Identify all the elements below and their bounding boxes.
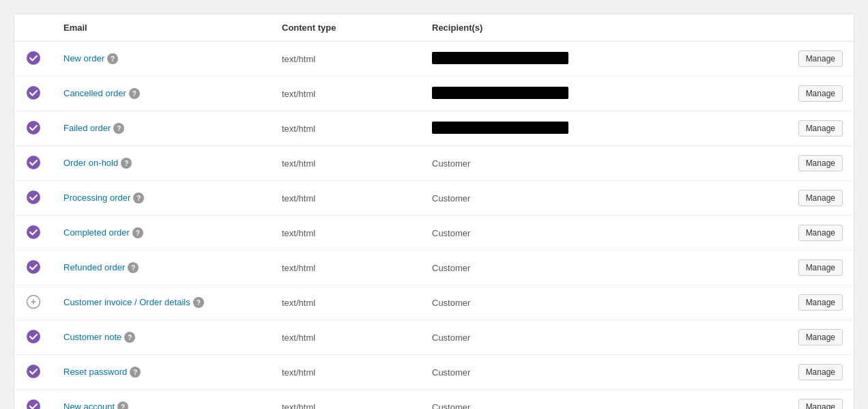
table-row: New account?text/htmlCustomerManage (14, 390, 854, 410)
recipients-text: Customer (432, 228, 470, 238)
content-type-value: text/html (282, 89, 315, 99)
manage-button-new-order[interactable]: Manage (798, 51, 843, 67)
status-enabled-icon (25, 363, 42, 380)
email-cell: Order on-hold? (53, 146, 271, 181)
content-type-cell: text/html (271, 42, 421, 76)
header-action (626, 14, 854, 42)
action-cell: Manage (626, 111, 854, 146)
email-link-failed-order[interactable]: Failed order (63, 123, 111, 133)
status-enabled-icon (25, 224, 42, 240)
manage-button-processing-order[interactable]: Manage (798, 190, 843, 206)
manage-button-cancelled-order[interactable]: Manage (798, 85, 843, 102)
manage-button-reset-password[interactable]: Manage (798, 364, 843, 380)
status-enabled-icon (25, 154, 42, 171)
table-row: Failed order?text/htmlManage (14, 111, 854, 146)
email-cell: Completed order? (53, 216, 271, 251)
svg-point-4 (27, 191, 40, 204)
help-icon[interactable]: ? (128, 262, 139, 273)
status-cell (14, 181, 53, 216)
recipients-text: Customer (432, 402, 470, 410)
recipients-cell (421, 111, 626, 146)
help-icon[interactable]: ? (130, 367, 141, 378)
action-cell: Manage (626, 320, 854, 355)
status-cell (14, 251, 53, 285)
manage-button-new-account[interactable]: Manage (798, 399, 843, 409)
recipients-cell: Customer (421, 251, 626, 285)
recipients-text: Customer (432, 333, 470, 343)
recipients-cell: Customer (421, 181, 626, 216)
action-cell: Manage (626, 355, 854, 390)
status-cell (14, 76, 53, 111)
status-circle-icon (25, 294, 42, 310)
content-type-cell: text/html (271, 111, 421, 146)
help-icon[interactable]: ? (113, 123, 124, 134)
content-type-cell: text/html (271, 390, 421, 410)
status-cell (14, 146, 53, 181)
email-link-reset-password[interactable]: Reset password (63, 367, 127, 377)
content-type-cell: text/html (271, 285, 421, 320)
content-type-cell: text/html (271, 320, 421, 355)
content-type-cell: text/html (271, 146, 421, 181)
status-enabled-icon (25, 328, 42, 345)
help-icon[interactable]: ? (193, 297, 204, 308)
content-type-value: text/html (282, 333, 315, 343)
action-cell: Manage (626, 76, 854, 111)
action-cell: Manage (626, 216, 854, 251)
status-cell (14, 320, 53, 355)
table-row: Cancelled order?text/htmlManage (14, 76, 854, 111)
email-link-refunded-order[interactable]: Refunded order (63, 262, 125, 272)
email-link-new-order[interactable]: New order (63, 53, 104, 64)
manage-button-customer-invoice[interactable]: Manage (798, 294, 843, 311)
help-icon[interactable]: ? (124, 332, 135, 343)
help-icon[interactable]: ? (121, 158, 132, 169)
help-icon[interactable]: ? (132, 227, 143, 238)
status-cell (14, 111, 53, 146)
table-row: Customer note?text/htmlCustomerManage (14, 320, 854, 355)
content-type-value: text/html (282, 402, 315, 410)
svg-point-1 (27, 86, 40, 100)
content-type-value: text/html (282, 158, 315, 169)
help-icon[interactable]: ? (107, 53, 118, 64)
manage-button-failed-order[interactable]: Manage (798, 120, 843, 137)
help-icon[interactable]: ? (133, 193, 144, 203)
table-row: Completed order?text/htmlCustomerManage (14, 216, 854, 251)
table-row: Reset password?text/htmlCustomerManage (14, 355, 854, 390)
status-enabled-icon (25, 189, 42, 206)
status-cell (14, 355, 53, 390)
email-link-customer-invoice[interactable]: Customer invoice / Order details (63, 297, 190, 307)
email-link-order-on-hold[interactable]: Order on-hold (63, 158, 118, 168)
status-cell (14, 390, 53, 410)
email-link-cancelled-order[interactable]: Cancelled order (63, 88, 126, 98)
content-type-cell: text/html (271, 251, 421, 285)
manage-button-completed-order[interactable]: Manage (798, 225, 843, 241)
help-icon[interactable]: ? (117, 401, 128, 409)
header-email: Email (53, 14, 271, 42)
manage-button-order-on-hold[interactable]: Manage (798, 155, 843, 171)
manage-button-refunded-order[interactable]: Manage (798, 259, 843, 276)
recipients-cell: Customer (421, 216, 626, 251)
svg-point-11 (27, 365, 40, 378)
content-type-value: text/html (282, 263, 315, 273)
action-cell: Manage (626, 42, 854, 76)
email-link-new-account[interactable]: New account (63, 401, 115, 409)
email-cell: Customer invoice / Order details? (53, 285, 271, 320)
header-recipients: Recipient(s) (421, 14, 626, 42)
help-icon[interactable]: ? (129, 88, 140, 99)
action-cell: Manage (626, 390, 854, 410)
content-type-value: text/html (282, 298, 315, 308)
recipients-redacted (432, 122, 568, 134)
email-link-customer-note[interactable]: Customer note (63, 332, 121, 342)
svg-point-6 (27, 260, 40, 274)
email-cell: Processing order? (53, 181, 271, 216)
recipients-text: Customer (432, 298, 470, 308)
email-link-processing-order[interactable]: Processing order (63, 193, 130, 203)
action-cell: Manage (626, 146, 854, 181)
email-cell: Failed order? (53, 111, 271, 146)
content-type-value: text/html (282, 228, 315, 238)
emails-table-container: Email Content type Recipient(s) New orde… (14, 14, 854, 409)
manage-button-customer-note[interactable]: Manage (798, 329, 843, 345)
table-row: New order?text/htmlManage (14, 42, 854, 76)
email-link-completed-order[interactable]: Completed order (63, 227, 130, 238)
email-cell: Reset password? (53, 355, 271, 390)
content-type-cell: text/html (271, 181, 421, 216)
